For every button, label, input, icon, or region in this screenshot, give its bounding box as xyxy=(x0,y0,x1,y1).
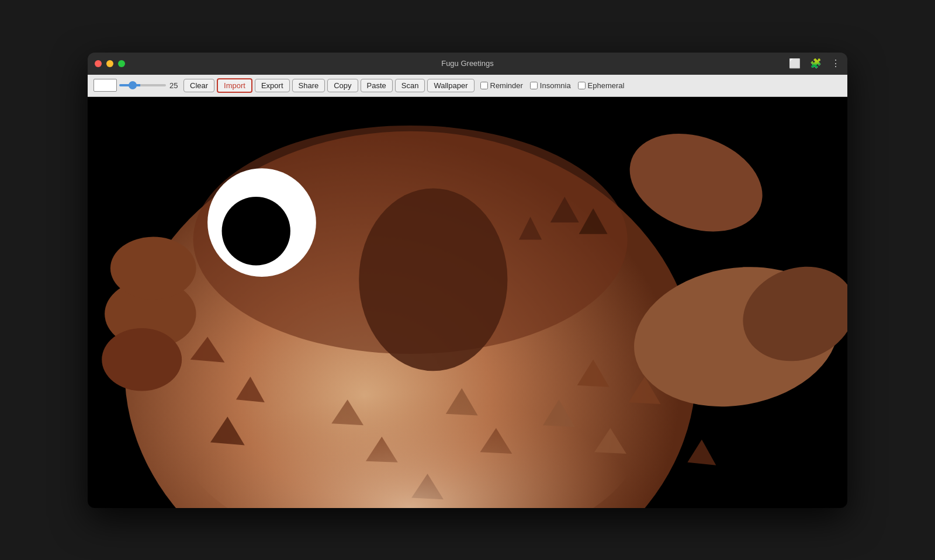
close-button[interactable] xyxy=(95,60,102,67)
titlebar: Fugu Greetings ⬜ 🧩 ⋮ xyxy=(88,53,847,75)
brush-size-value: 25 xyxy=(169,81,181,90)
canvas-area[interactable] xyxy=(88,97,847,508)
maximize-button[interactable] xyxy=(118,60,125,67)
insomnia-label: Insomnia xyxy=(540,81,571,90)
minimize-button[interactable] xyxy=(106,60,113,67)
ephemeral-checkbox[interactable] xyxy=(578,82,586,89)
ephemeral-label: Ephemeral xyxy=(588,81,625,90)
brush-size-slider[interactable] xyxy=(119,84,166,86)
window-title: Fugu Greetings xyxy=(441,59,494,68)
reminder-label: Reminder xyxy=(490,81,523,90)
puzzle-icon[interactable]: 🧩 xyxy=(810,58,822,69)
import-button[interactable]: Import xyxy=(217,78,252,93)
svg-point-8 xyxy=(110,236,196,300)
pen-preview xyxy=(94,79,117,92)
reminder-checkbox-label[interactable]: Reminder xyxy=(480,81,523,90)
insomnia-checkbox[interactable] xyxy=(530,82,538,89)
ephemeral-checkbox-label[interactable]: Ephemeral xyxy=(578,81,625,90)
toolbar: 25 Clear Import Export Share Copy Paste … xyxy=(88,75,847,97)
svg-point-7 xyxy=(102,328,182,391)
pufferfish-image xyxy=(88,97,847,508)
scan-button[interactable]: Scan xyxy=(395,79,425,92)
wallpaper-button[interactable]: Wallpaper xyxy=(427,79,474,92)
svg-point-11 xyxy=(222,197,290,265)
reminder-checkbox[interactable] xyxy=(480,82,488,89)
paste-button[interactable]: Paste xyxy=(361,79,393,92)
slider-container: 25 xyxy=(119,81,181,90)
document-icon[interactable]: ⬜ xyxy=(789,58,801,69)
checkbox-group: Reminder Insomnia Ephemeral xyxy=(480,81,625,90)
insomnia-checkbox-label[interactable]: Insomnia xyxy=(530,81,571,90)
menu-icon[interactable]: ⋮ xyxy=(831,58,840,69)
traffic-lights xyxy=(95,60,125,67)
clear-button[interactable]: Clear xyxy=(183,79,214,92)
titlebar-actions: ⬜ 🧩 ⋮ xyxy=(789,58,840,69)
export-button[interactable]: Export xyxy=(255,79,290,92)
share-button[interactable]: Share xyxy=(292,79,325,92)
copy-button[interactable]: Copy xyxy=(327,79,358,92)
app-window: Fugu Greetings ⬜ 🧩 ⋮ 25 Clear Import Exp… xyxy=(88,53,847,508)
